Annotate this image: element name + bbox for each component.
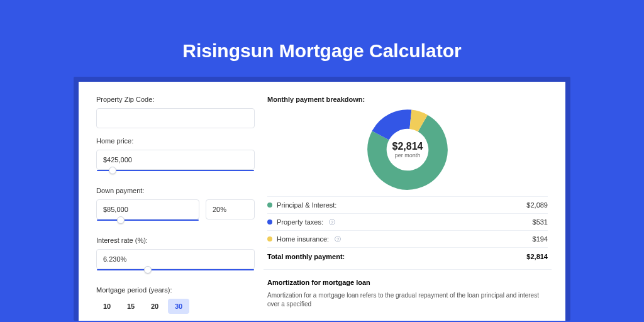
page-title: Risingsun Mortgage Calculator <box>182 40 461 62</box>
price-slider[interactable] <box>96 169 255 178</box>
period-button-10[interactable]: 10 <box>96 299 118 314</box>
downpayment-field: Down payment: <box>96 187 255 228</box>
card-wrap: Property Zip Code: Home price: Down paym… <box>74 77 570 321</box>
rate-slider[interactable] <box>96 269 255 277</box>
zip-input[interactable] <box>96 108 255 128</box>
downpayment-label: Down payment: <box>96 187 255 194</box>
period-button-15[interactable]: 15 <box>120 299 142 314</box>
rate-field: Interest rate (%): <box>96 236 255 277</box>
price-slider-thumb[interactable] <box>109 167 116 174</box>
calculator-card: Property Zip Code: Home price: Down paym… <box>79 82 565 321</box>
zip-field: Property Zip Code: <box>96 96 255 128</box>
downpayment-amount-input[interactable] <box>96 199 199 219</box>
downpayment-percent-input[interactable] <box>206 199 255 219</box>
price-label: Home price: <box>96 137 255 145</box>
legend-row: Property taxes:?$531 <box>267 213 548 230</box>
donut-center: $2,814 per month <box>367 109 448 190</box>
legend-dot <box>267 203 272 208</box>
period-field: Mortgage period (years): 10152030 <box>96 286 255 314</box>
downpayment-slider[interactable] <box>96 219 199 228</box>
legend-value: $531 <box>533 218 548 226</box>
form-panel: Property Zip Code: Home price: Down paym… <box>96 96 255 321</box>
divider <box>264 269 552 270</box>
legend-dot <box>267 219 272 225</box>
total-label: Total monthly payment: <box>267 253 345 260</box>
period-button-20[interactable]: 20 <box>144 299 165 314</box>
amort-title: Amortization for mortgage loan <box>267 279 548 286</box>
legend-dot <box>267 236 272 242</box>
zip-label: Property Zip Code: <box>96 96 255 103</box>
legend-row: Principal & Interest:$2,089 <box>267 196 548 213</box>
legend: Principal & Interest:$2,089Property taxe… <box>267 196 548 247</box>
rate-label: Interest rate (%): <box>96 236 255 244</box>
price-input[interactable] <box>96 150 255 170</box>
info-icon[interactable]: ? <box>335 236 341 242</box>
donut-chart-wrap: $2,814 per month <box>267 107 548 196</box>
price-field: Home price: <box>96 137 255 178</box>
amort-text: Amortization for a mortgage loan refers … <box>267 291 548 309</box>
period-label: Mortgage period (years): <box>96 286 255 294</box>
info-icon[interactable]: ? <box>329 219 335 225</box>
legend-label: Home insurance: <box>277 235 329 243</box>
total-value: $2,814 <box>526 253 548 260</box>
period-options: 10152030 <box>96 299 255 314</box>
donut-chart: $2,814 per month <box>367 109 448 190</box>
total-row: Total monthly payment: $2,814 <box>267 247 548 269</box>
donut-sub: per month <box>395 152 421 158</box>
legend-label: Principal & Interest: <box>277 201 336 209</box>
page: Risingsun Mortgage Calculator Property Z… <box>0 0 644 322</box>
legend-row: Home insurance:?$194 <box>267 230 548 247</box>
breakdown-title: Monthly payment breakdown: <box>267 96 548 103</box>
period-button-30[interactable]: 30 <box>168 299 189 314</box>
rate-input[interactable] <box>96 249 255 269</box>
donut-value: $2,814 <box>392 141 423 152</box>
legend-value: $2,089 <box>526 201 548 209</box>
downpayment-slider-thumb[interactable] <box>117 216 125 224</box>
breakdown-panel: Monthly payment breakdown: $2,814 per mo… <box>255 96 548 321</box>
rate-slider-thumb[interactable] <box>144 266 152 274</box>
legend-value: $194 <box>533 235 548 243</box>
legend-label: Property taxes: <box>277 218 323 226</box>
